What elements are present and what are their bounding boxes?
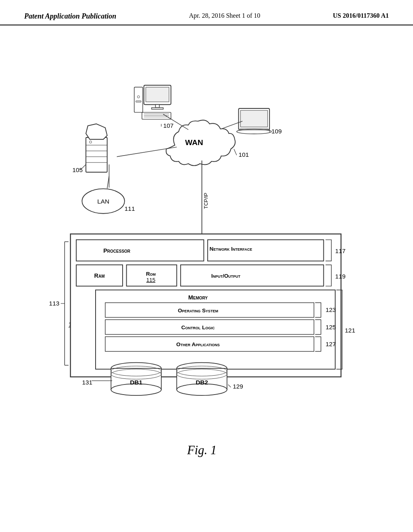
ref-129-label: 129	[233, 383, 243, 390]
sheet-info: Apr. 28, 2016 Sheet 1 of 10	[189, 12, 260, 19]
input-output-label: Input/Output	[211, 273, 241, 279]
processor-label: Processor	[103, 247, 131, 254]
svg-point-9	[137, 96, 140, 98]
rom-num-label: 115	[146, 277, 155, 283]
rom-label: Rom	[146, 271, 156, 277]
wan-label: WAN	[185, 138, 203, 147]
svg-rect-1	[146, 87, 169, 102]
svg-rect-8	[134, 87, 143, 112]
svg-rect-4	[142, 112, 171, 119]
ref-117-label: 117	[335, 247, 346, 254]
svg-rect-13	[240, 110, 267, 127]
ref-113-text: 113	[49, 300, 60, 307]
svg-rect-40	[76, 240, 204, 261]
tcp-label: TCP/IP	[203, 193, 209, 209]
other-apps-label: Other Applications	[176, 341, 220, 347]
ref-119-label: 119	[335, 273, 346, 280]
svg-rect-44	[181, 265, 324, 286]
ref-131-label: 131	[82, 379, 92, 386]
ref-123-label: 123	[325, 306, 336, 313]
memory-label: Memory	[188, 294, 208, 301]
svg-rect-3	[152, 108, 163, 109]
svg-point-23	[90, 141, 92, 143]
svg-rect-2	[156, 104, 160, 108]
diagram-area: 107 109 105 WAN 101	[0, 25, 413, 489]
network-interface-label: Network Interface	[210, 246, 252, 252]
svg-marker-24	[86, 124, 107, 139]
ram-label: Ram	[94, 272, 105, 279]
page-header: Patent Application Publication Apr. 28, …	[0, 0, 413, 25]
db2-label: DB2	[196, 379, 208, 386]
svg-rect-10	[136, 101, 141, 102]
os-label: Operating System	[178, 308, 218, 314]
db1-label: DB1	[130, 379, 142, 386]
ref-125-label: 125	[325, 324, 336, 330]
ref-111-label: 111	[125, 205, 135, 212]
patent-number: US 2016/0117360 A1	[333, 12, 389, 19]
fig-label: Fig. 1	[187, 443, 217, 457]
control-logic-label: Control Logic	[181, 324, 215, 330]
ref-127-label: 127	[325, 341, 336, 347]
patent-diagram: 107 109 105 WAN 101	[0, 25, 413, 489]
ref-109-label: 109	[271, 128, 282, 135]
svg-rect-18	[86, 137, 107, 172]
ref-105-label: 105	[72, 166, 83, 173]
ref-107-label: 107	[163, 122, 174, 129]
ref-121-label: 121	[345, 327, 355, 334]
ref-101-label: 101	[239, 151, 249, 158]
publication-label: Patent Application Publication	[24, 12, 116, 21]
svg-line-26	[234, 149, 237, 155]
svg-line-59	[228, 384, 231, 387]
lan-label: LAN	[97, 198, 109, 205]
